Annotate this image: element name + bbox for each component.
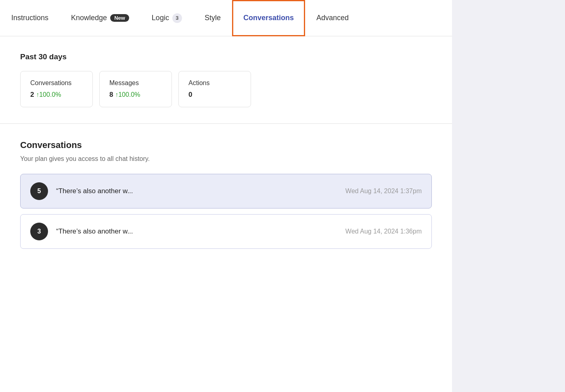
tab-conversations-label: Conversations	[243, 14, 294, 22]
tab-logic-label: Logic	[152, 14, 169, 22]
tab-style[interactable]: Style	[193, 0, 232, 36]
tab-knowledge-label: Knowledge	[71, 14, 107, 22]
tab-navigation: Instructions Knowledge New Logic 3 Style…	[0, 0, 452, 36]
tab-advanced[interactable]: Advanced	[305, 0, 360, 36]
stat-actions-value: 0	[188, 91, 241, 99]
conversation-item-1[interactable]: 5 “There’s also another w... Wed Aug 14,…	[20, 174, 432, 209]
tab-logic-count-badge: 3	[172, 13, 182, 23]
stats-cards-row: Conversations 2 ↑100.0% Messages 8 ↑100.…	[20, 71, 432, 107]
stat-messages-value: 8 ↑100.0%	[109, 91, 162, 99]
tab-instructions-label: Instructions	[11, 14, 48, 22]
stat-card-messages: Messages 8 ↑100.0%	[99, 71, 172, 107]
stat-conversations-label: Conversations	[30, 79, 83, 87]
tab-knowledge[interactable]: Knowledge New	[60, 0, 140, 36]
tab-conversations[interactable]: Conversations	[232, 0, 305, 36]
stat-card-actions: Actions 0	[178, 71, 251, 107]
conversation-preview-2: “There’s also another w...	[56, 227, 345, 236]
conversation-timestamp-1: Wed Aug 14, 2024 1:37pm	[345, 188, 422, 195]
stat-actions-label: Actions	[188, 79, 241, 87]
tab-instructions[interactable]: Instructions	[0, 0, 60, 36]
stat-messages-number: 8	[109, 91, 113, 98]
conversation-avatar-2: 3	[30, 223, 48, 240]
stat-conversations-growth: ↑100.0%	[36, 91, 61, 98]
conversation-preview-1: “There’s also another w...	[56, 187, 345, 195]
stat-messages-growth: ↑100.0%	[115, 91, 140, 98]
tab-advanced-label: Advanced	[316, 14, 349, 22]
conversation-timestamp-2: Wed Aug 14, 2024 1:36pm	[345, 228, 422, 235]
stat-conversations-number: 2	[30, 91, 34, 98]
right-sidebar	[452, 0, 565, 392]
conversations-section-subtitle: Your plan gives you access to all chat h…	[20, 155, 432, 163]
conversations-section: Conversations Your plan gives you access…	[20, 140, 432, 249]
conversation-avatar-1: 5	[30, 182, 48, 200]
stat-conversations-value: 2 ↑100.0%	[30, 91, 83, 99]
stat-actions-number: 0	[188, 91, 192, 98]
conversations-section-title: Conversations	[20, 140, 432, 150]
period-label: Past 30 days	[20, 52, 432, 61]
tab-knowledge-new-badge: New	[110, 14, 129, 22]
stat-card-conversations: Conversations 2 ↑100.0%	[20, 71, 93, 107]
tab-style-label: Style	[205, 14, 221, 22]
stat-messages-label: Messages	[109, 79, 162, 87]
conversation-item-2[interactable]: 3 “There’s also another w... Wed Aug 14,…	[20, 214, 432, 249]
section-divider	[0, 123, 452, 124]
tab-logic[interactable]: Logic 3	[140, 0, 193, 36]
